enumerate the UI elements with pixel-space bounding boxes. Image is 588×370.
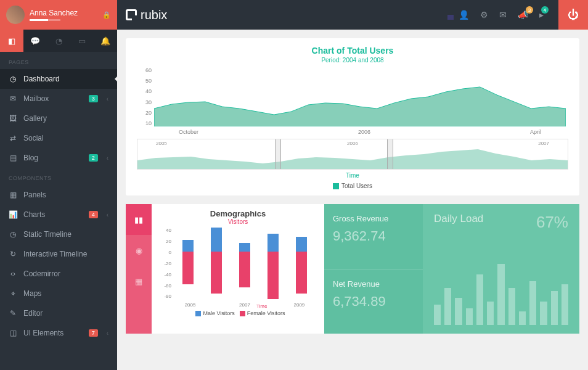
section-components: COMPONENTS xyxy=(0,168,117,185)
range-handle-left[interactable] xyxy=(275,139,281,169)
sidebar-item-social[interactable]: ⇄Social xyxy=(0,128,117,148)
refresh-icon: ↻ xyxy=(9,250,17,258)
demo-subtitle: Visitors xyxy=(159,218,317,225)
sidebar: Anna Sanchez 🔒 ◧ 💬 ◔ ▭ 🔔 PAGES ◷Dashboar… xyxy=(0,0,117,370)
sidebar-item-label: Charts xyxy=(23,210,45,219)
range-handle-right[interactable] xyxy=(387,139,393,169)
brand[interactable]: rubix xyxy=(126,8,167,22)
avatar[interactable] xyxy=(6,6,25,24)
sidebar-item-label: Codemirror xyxy=(23,269,60,278)
demo-legend: Male VisitorsFemale Visitors xyxy=(159,310,317,316)
chevron-left-icon: ‹ xyxy=(107,96,108,102)
sidebar-item-panels[interactable]: ▦Panels xyxy=(0,185,117,205)
chevron-left-icon: ‹ xyxy=(107,212,108,218)
rev-label: Gross Revenue xyxy=(333,214,414,223)
rev-value: 9,362.74 xyxy=(333,228,414,244)
gross-revenue[interactable]: Gross Revenue 9,362.74 xyxy=(324,204,423,269)
chevron-left-icon: ‹ xyxy=(107,155,108,162)
revenue-column: Gross Revenue 9,362.74 Net Revenue 6,734… xyxy=(324,204,423,334)
demo-tab-eye-icon[interactable]: ◉ xyxy=(126,235,152,266)
y-axis: 605040302010 xyxy=(137,67,152,126)
demo-title: Demographics xyxy=(159,209,317,218)
brand-text: rubix xyxy=(141,8,167,22)
sidebar-item-label: Maps xyxy=(23,289,41,298)
daily-load[interactable]: Daily Load67% xyxy=(423,204,579,334)
sidebar-item-gallery[interactable]: 🖼Gallery xyxy=(0,109,117,128)
chart-title: Chart of Total Users xyxy=(137,46,568,56)
sidebar-item-dashboard[interactable]: ◷Dashboard xyxy=(0,69,117,89)
topbar: rubix 👤 ⚙ ✉ 📣3 ▸4 ⏻ xyxy=(117,0,588,30)
demographics-card: Demographics Visitors 40200-20-40-60-80 … xyxy=(152,204,324,334)
axis-label: Time xyxy=(137,172,568,179)
rev-value: 6,734.89 xyxy=(333,294,414,310)
charts-icon: 📊 xyxy=(9,210,17,219)
rss-icon[interactable]: ▸4 xyxy=(539,10,544,20)
power-button[interactable]: ⏻ xyxy=(558,0,588,30)
badge: 2 xyxy=(89,154,98,162)
area-chart[interactable]: 605040302010 October2006April xyxy=(137,67,568,135)
sidebar-item-ui-elements[interactable]: ◫UI Elements7‹ xyxy=(0,323,117,343)
badge: 4 xyxy=(541,6,549,14)
rev-label: Net Revenue xyxy=(333,279,414,289)
panels-icon: ▦ xyxy=(9,191,17,199)
sidebar-tab-bell-icon[interactable]: 🔔 xyxy=(94,30,117,52)
pin-icon: ⌖ xyxy=(9,289,17,298)
badge: 3 xyxy=(526,6,533,14)
chart-card: Chart of Total Users Period: 2004 and 20… xyxy=(126,38,579,195)
bottom-row: ▮▮ ◉ ▦ Demographics Visitors 40200-20-40… xyxy=(126,204,579,334)
demographics-chart[interactable]: 40200-20-40-60-80 200520072009 Time xyxy=(159,228,317,308)
sidebar-item-label: Dashboard xyxy=(23,75,60,83)
demo-x-axis: 200520072009 xyxy=(174,302,316,308)
section-pages: PAGES xyxy=(0,52,117,69)
sidebar-tab-archive-icon[interactable]: ▭ xyxy=(70,30,94,52)
sidebar-item-label: Panels xyxy=(23,191,46,199)
edit-icon: ✎ xyxy=(9,309,17,318)
load-pct: 67% xyxy=(536,213,568,232)
sidebar-item-interactive-timeline[interactable]: ↻Interactive Timeline xyxy=(0,244,117,264)
share-icon: ⇄ xyxy=(9,134,17,142)
gallery-icon: 🖼 xyxy=(9,114,17,123)
sidebar-item-mailbox[interactable]: ✉Mailbox3‹ xyxy=(0,89,117,109)
lock-icon[interactable]: 🔒 xyxy=(102,11,111,19)
mini-chart[interactable]: 200520062007 xyxy=(137,139,568,170)
gear-icon[interactable]: ⚙ xyxy=(480,10,488,20)
demo-tab-calendar-icon[interactable]: ▦ xyxy=(126,266,152,297)
user-progress xyxy=(30,19,60,21)
load-bars xyxy=(434,257,568,325)
sidebar-item-editor[interactable]: ✎Editor xyxy=(0,303,117,323)
sidebar-item-blog[interactable]: ▤Blog2‹ xyxy=(0,148,117,168)
sidebar-item-label: Blog xyxy=(23,154,38,162)
user-name: Anna Sanchez xyxy=(30,9,97,17)
sidebar-item-maps[interactable]: ⌖Maps xyxy=(0,284,117,303)
sidebar-item-label: Editor xyxy=(23,309,43,318)
chevron-left-icon: ‹ xyxy=(107,330,108,337)
user-bar: Anna Sanchez 🔒 xyxy=(0,0,117,30)
sidebar-item-label: Static Timeline xyxy=(23,230,71,239)
load-label: Daily Load xyxy=(434,213,483,232)
mail-icon[interactable]: ✉ xyxy=(499,10,507,20)
demo-tabs: ▮▮ ◉ ▦ xyxy=(126,204,152,334)
sidebar-tab-chat-icon[interactable]: 💬 xyxy=(23,30,47,52)
ui-icon: ◫ xyxy=(9,329,17,337)
sidebar-item-label: Social xyxy=(23,134,44,142)
sidebar-item-charts[interactable]: 📊Charts4‹ xyxy=(0,205,117,224)
chart-legend: Total Users xyxy=(137,183,568,189)
demo-tab-bars-icon[interactable]: ▮▮ xyxy=(126,204,152,235)
sidebar-item-codemirror[interactable]: ‹›Codemirror xyxy=(0,264,117,284)
sidebar-tab-stats-icon[interactable]: ◔ xyxy=(47,30,70,52)
content: Chart of Total Users Period: 2004 and 20… xyxy=(117,30,588,370)
net-revenue[interactable]: Net Revenue 6,734.89 xyxy=(324,269,423,334)
badge: 3 xyxy=(89,95,98,102)
mail-icon: ✉ xyxy=(9,94,17,103)
clock-icon: ◷ xyxy=(9,230,17,239)
chart-subtitle: Period: 2004 and 2008 xyxy=(137,57,568,64)
announce-icon[interactable]: 📣3 xyxy=(518,10,528,20)
sidebar-item-label: Interactive Timeline xyxy=(23,250,87,258)
demo-xlabel: Time xyxy=(256,303,267,309)
logo-icon xyxy=(126,9,137,20)
sidebar-tabbar: ◧ 💬 ◔ ▭ 🔔 xyxy=(0,30,117,52)
sidebar-item-label: UI Elements xyxy=(23,329,63,337)
user-icon[interactable]: 👤 xyxy=(459,10,469,20)
sidebar-tab-cube-icon[interactable]: ◧ xyxy=(0,30,23,52)
sidebar-item-static-timeline[interactable]: ◷Static Timeline xyxy=(0,224,117,244)
